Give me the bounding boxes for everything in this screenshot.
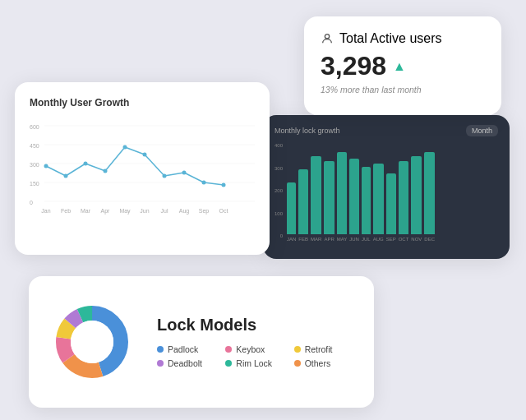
lock-models-info: Lock Models PadlockKeyboxRetrofitDeadbol… <box>157 316 356 368</box>
bar-column: DEC <box>424 152 435 242</box>
lock-growth-header: Monthly lock growth Month <box>275 125 498 136</box>
donut-svg <box>47 297 137 387</box>
line-chart-svg: 600 450 300 150 0 Jan Feb Mar Apr May Ju… <box>30 115 255 242</box>
legend-dot <box>157 360 164 367</box>
legend-dot <box>157 346 164 353</box>
bar-label: JUL <box>362 237 371 242</box>
svg-text:600: 600 <box>30 124 39 130</box>
legend-dot <box>294 346 301 353</box>
user-growth-chart: 600 450 300 150 0 Jan Feb Mar Apr May Ju… <box>30 115 255 242</box>
trend-arrow: ▲ <box>393 59 406 74</box>
bar-label: MAR <box>311 237 321 242</box>
legend-label: Retrofit <box>305 344 333 354</box>
bar-column: SEP <box>386 173 396 242</box>
svg-point-0 <box>325 35 329 39</box>
svg-text:Jan: Jan <box>41 208 50 214</box>
legend-item: Rim Lock <box>225 358 287 368</box>
svg-point-28 <box>182 171 187 175</box>
bar <box>424 152 435 234</box>
svg-text:May: May <box>119 208 131 215</box>
bar-column: JUN <box>349 159 359 242</box>
bar <box>386 173 396 234</box>
bar-chart-area: JANFEBMARAPRMAYJUNJULAUGSEPOCTNOVDEC <box>285 143 436 242</box>
legend-item: Deadbolt <box>157 358 219 368</box>
user-growth-title: Monthly User Growth <box>30 97 255 108</box>
lock-growth-chart: 400 300 200 100 0 JANFEBMARAPRMAYJUNJULA… <box>275 143 498 250</box>
svg-text:Apr: Apr <box>101 208 111 215</box>
user-icon <box>321 32 334 45</box>
svg-point-24 <box>104 169 108 173</box>
svg-text:Feb: Feb <box>61 208 71 214</box>
active-users-label: Total Active users <box>339 31 442 46</box>
bar <box>399 161 409 234</box>
bar-label: JUN <box>349 237 359 242</box>
lock-models-card: Lock Models PadlockKeyboxRetrofitDeadbol… <box>29 276 374 408</box>
bar-label: MAY <box>337 237 348 242</box>
bar-label: OCT <box>399 237 409 242</box>
bar <box>411 156 422 234</box>
svg-text:300: 300 <box>30 162 39 168</box>
bar-column: FEB <box>298 169 308 242</box>
legend-grid: PadlockKeyboxRetrofitDeadboltRim LockOth… <box>157 344 356 368</box>
legend-label: Others <box>305 358 331 368</box>
svg-text:Jul: Jul <box>161 208 168 214</box>
lock-growth-period[interactable]: Month <box>466 125 498 136</box>
svg-point-30 <box>222 183 226 187</box>
legend-label: Padlock <box>168 344 198 354</box>
lock-models-title: Lock Models <box>157 316 356 335</box>
bar-label: AUG <box>373 237 384 242</box>
lock-growth-card: Monthly lock growth Month 400 300 200 10… <box>263 115 510 259</box>
svg-text:Sep: Sep <box>199 208 210 215</box>
bar <box>337 152 348 234</box>
bar-column: MAR <box>311 156 321 242</box>
active-users-subtitle: 13% more than last month <box>321 85 485 95</box>
bar-column: APR <box>324 161 334 242</box>
bar-label: APR <box>324 237 334 242</box>
bar-column: JAN <box>287 182 296 242</box>
bar <box>324 161 334 234</box>
bar-column: JUL <box>362 167 371 242</box>
bar-label: DEC <box>424 237 435 242</box>
svg-point-25 <box>123 145 127 150</box>
bar-label: SEP <box>386 237 396 242</box>
bar-column: MAY <box>337 152 348 242</box>
bar <box>362 167 371 234</box>
legend-item: Keybox <box>225 344 287 354</box>
svg-point-29 <box>202 181 206 185</box>
bar-y-axis: 400 300 200 100 0 <box>275 143 285 250</box>
legend-item: Padlock <box>157 344 219 354</box>
legend-item: Retrofit <box>294 344 356 354</box>
bar-label: JAN <box>287 237 296 242</box>
active-users-header: Total Active users <box>321 31 485 46</box>
svg-text:Jun: Jun <box>140 208 149 214</box>
svg-text:150: 150 <box>30 181 39 187</box>
legend-dot <box>294 360 301 367</box>
bar-label: NOV <box>411 237 422 242</box>
donut-chart <box>47 297 137 387</box>
svg-point-27 <box>163 174 167 178</box>
legend-label: Keybox <box>236 344 265 354</box>
svg-point-37 <box>71 321 113 363</box>
svg-point-26 <box>143 153 147 157</box>
legend-label: Deadbolt <box>168 358 202 368</box>
bar <box>373 164 384 234</box>
line-chart-path <box>46 147 224 185</box>
legend-dot <box>225 346 232 353</box>
lock-growth-title: Monthly lock growth <box>275 127 340 135</box>
user-growth-card: Monthly User Growth 600 450 300 150 0 Ja… <box>15 82 270 255</box>
svg-point-22 <box>64 174 68 178</box>
bar-column: AUG <box>373 164 384 242</box>
svg-text:450: 450 <box>30 143 39 149</box>
active-users-value: 3,298 ▲ <box>321 51 485 81</box>
bar-label: FEB <box>298 237 308 242</box>
svg-text:Mar: Mar <box>81 208 91 214</box>
svg-point-23 <box>84 162 88 166</box>
svg-point-21 <box>44 164 48 168</box>
legend-label: Rim Lock <box>236 358 272 368</box>
bar-column: NOV <box>411 156 422 242</box>
svg-text:Aug: Aug <box>179 208 190 215</box>
bar-column: OCT <box>399 161 409 242</box>
legend-item: Others <box>294 358 356 368</box>
active-users-card: Total Active users 3,298 ▲ 13% more than… <box>304 16 501 115</box>
legend-dot <box>225 360 232 367</box>
